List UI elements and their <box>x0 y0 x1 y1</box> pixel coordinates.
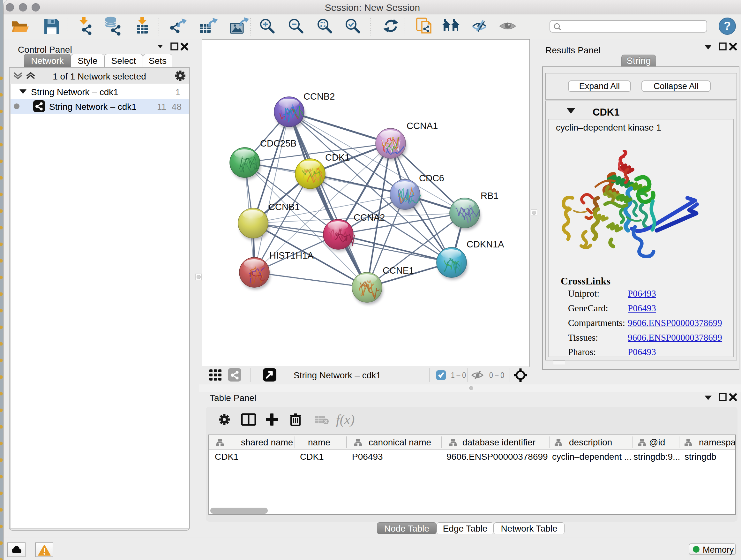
svg-text:CCNB1: CCNB1 <box>268 202 300 212</box>
svg-text:canonical name: canonical name <box>368 437 431 447</box>
svg-text:CDK1: CDK1 <box>325 152 350 163</box>
svg-text:CDKN1A: CDKN1A <box>467 239 504 249</box>
svg-text:RB1: RB1 <box>481 191 498 201</box>
svg-text:namespace: namespace <box>699 437 735 447</box>
svg-text:CCNA1: CCNA1 <box>407 121 438 131</box>
svg-text:String Network – cdk1: String Network – cdk1 <box>293 370 381 380</box>
svg-text:@id: @id <box>649 437 665 447</box>
svg-text:CCNB2: CCNB2 <box>304 91 335 102</box>
svg-text:name: name <box>308 437 330 447</box>
svg-text:description: description <box>569 437 612 447</box>
svg-text:f(x): f(x) <box>336 412 354 427</box>
svg-text:HIST1H1A: HIST1H1A <box>269 250 314 260</box>
svg-text:CDC6: CDC6 <box>419 173 444 183</box>
svg-text:CCNA2: CCNA2 <box>354 212 385 223</box>
svg-text:CDC25B: CDC25B <box>260 138 296 148</box>
svg-text:shared name: shared name <box>241 437 293 447</box>
svg-text:0 – 0: 0 – 0 <box>489 370 504 380</box>
svg-text:CCNE1: CCNE1 <box>383 265 414 275</box>
svg-text:1 – 0: 1 – 0 <box>451 370 466 380</box>
svg-text:database identifier: database identifier <box>462 437 536 447</box>
